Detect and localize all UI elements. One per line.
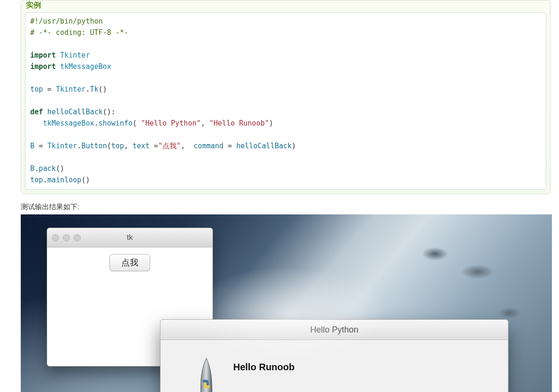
kw-arg: command: [189, 142, 228, 150]
window-controls: [47, 234, 81, 241]
op: .: [94, 119, 98, 128]
op: ,: [124, 142, 133, 150]
module-name: tkMessageBox: [60, 62, 111, 71]
kw-import: import: [30, 62, 56, 71]
var: top: [30, 176, 43, 184]
kw-def: def: [30, 108, 43, 116]
attr: Button: [81, 142, 107, 150]
tk-titlebar: tk: [47, 228, 212, 247]
op: .: [43, 176, 47, 184]
code-comment: # -*- coding: UTF-8 -*-: [30, 28, 128, 37]
module-name: tkMessageBox: [43, 119, 94, 128]
string-lit: "Hello Runoob": [209, 119, 269, 128]
module-name: Tkinter: [56, 85, 85, 94]
code-block: #!/usr/bin/python # -*- coding: UTF-8 -*…: [25, 12, 546, 190]
string-lit: "Hello Python": [141, 119, 201, 128]
kw-arg: text: [133, 142, 154, 150]
op: =: [43, 85, 56, 94]
op: .: [34, 164, 39, 173]
var: top: [30, 85, 43, 94]
output-screenshot: tk 点我 Hello Python: [21, 214, 552, 392]
minimize-icon[interactable]: [63, 234, 70, 241]
var: B: [30, 164, 34, 173]
attr: showinfo: [99, 119, 133, 128]
attr: mainloop: [47, 176, 81, 184]
op: (: [107, 142, 111, 150]
messagebox-window: Hello Python: [160, 319, 508, 392]
func-ref: helloCallBack: [236, 142, 291, 150]
op: ,: [201, 119, 209, 128]
attr: pack: [39, 164, 56, 173]
func-name: helloCallBack: [47, 108, 102, 116]
zoom-icon[interactable]: [74, 234, 81, 241]
code-comment: #!/usr/bin/python: [30, 17, 103, 26]
op: ): [292, 142, 296, 150]
indent: [30, 119, 43, 128]
kw-import: import: [30, 51, 56, 60]
module-name: Tkinter: [47, 142, 77, 150]
string-lit: "点我": [158, 142, 181, 150]
messagebox-title: Hello Python: [161, 320, 508, 340]
example-title: 实例: [22, 0, 549, 11]
tk-body: 点我: [47, 247, 212, 271]
op: ():: [103, 108, 116, 116]
op: (: [133, 119, 141, 128]
attr: Tk: [90, 85, 98, 94]
op: =: [154, 142, 158, 150]
op: =: [228, 142, 236, 150]
op: (): [99, 85, 107, 94]
var: top: [111, 142, 124, 150]
op: =: [34, 142, 47, 150]
op: (): [81, 176, 90, 184]
op: ,: [181, 142, 189, 150]
click-me-button[interactable]: 点我: [110, 254, 150, 271]
op: (): [56, 164, 64, 173]
python-rocket-icon: [194, 357, 219, 392]
messagebox-message: Hello Runoob: [233, 357, 295, 373]
op: ): [269, 119, 273, 128]
var: B: [30, 142, 34, 150]
close-icon[interactable]: [52, 234, 59, 241]
module-name: Tkinter: [60, 51, 90, 60]
example-box: 实例 #!/usr/bin/python # -*- coding: UTF-8…: [21, 0, 551, 194]
result-label: 测试输出结果如下:: [21, 203, 559, 212]
